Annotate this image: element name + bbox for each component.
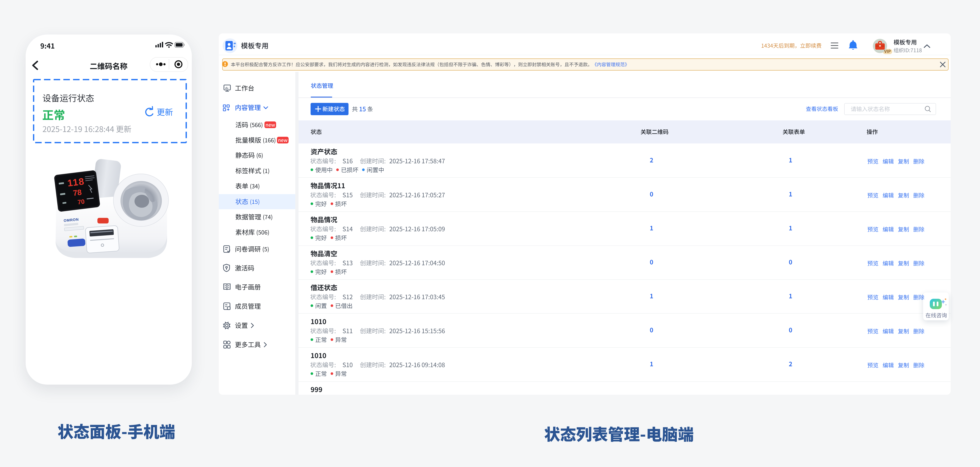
- svg-text:78: 78: [72, 188, 82, 198]
- svg-text:70: 70: [77, 198, 85, 206]
- svg-text:118: 118: [67, 176, 85, 188]
